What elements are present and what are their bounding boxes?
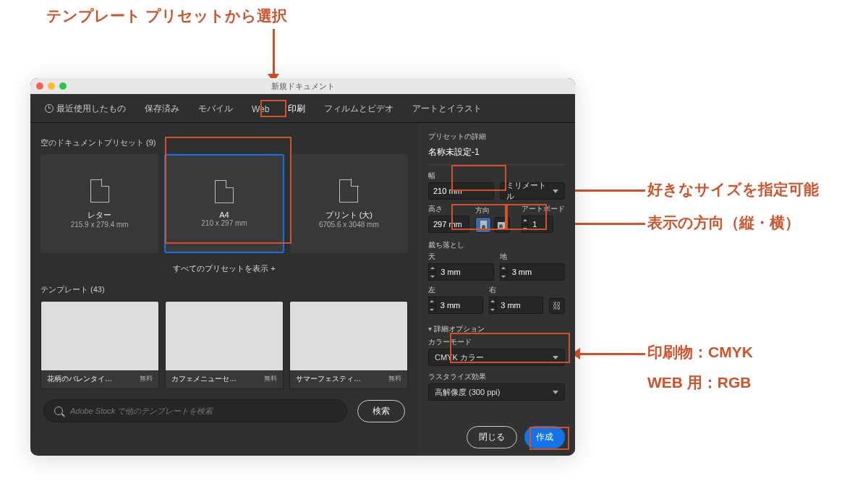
artboard-up[interactable] — [522, 216, 528, 224]
preset-dim: 215.9 x 279.4 mm — [71, 221, 129, 229]
bleed-left-down[interactable] — [428, 305, 436, 314]
left-pane: 空のドキュメントプリセット (9) レター 215.9 x 279.4 mm A… — [30, 123, 418, 456]
arrow-top-stem — [273, 29, 275, 75]
preset-details-label: プリセットの詳細 — [428, 132, 565, 142]
landscape-icon — [498, 222, 506, 229]
right-pane: プリセットの詳細 名称未設定-1 幅 ミリメートル 高さ — [418, 123, 575, 456]
tab-film[interactable]: フィルムとビデオ — [320, 100, 398, 118]
bleed-top-input[interactable] — [436, 263, 493, 281]
colormode-select[interactable]: CMYK カラー — [428, 349, 565, 366]
template-free: 無料 — [264, 374, 277, 384]
raster-select[interactable]: 高解像度 (300 ppi) — [428, 383, 565, 401]
link-bleed-button[interactable]: ⛓ — [549, 298, 565, 314]
annotation-top: テンプレート プリセットから選択 — [46, 6, 287, 26]
template-name: サマーフェスティ… — [296, 374, 361, 384]
search-icon — [54, 406, 63, 415]
blank-presets-label: 空のドキュメントプリセット (9) — [41, 137, 408, 148]
close-button[interactable]: 閉じる — [467, 426, 517, 448]
preset-name: レター — [71, 210, 129, 221]
unit-select[interactable]: ミリメートル — [500, 182, 566, 200]
bleed-top-up[interactable] — [428, 263, 436, 272]
bleed-top-label: 天 — [428, 252, 494, 262]
chevron-down-icon — [553, 190, 558, 193]
orientation-label: 方向 — [475, 205, 516, 216]
search-button[interactable]: 検索 — [357, 400, 405, 422]
tab-mobile[interactable]: モバイル — [194, 100, 237, 118]
annotation-colormode2: WEB 用：RGB — [647, 373, 752, 393]
orientation-portrait[interactable] — [475, 217, 491, 233]
tab-recent[interactable]: 最近使用したもの — [41, 100, 130, 118]
bleed-top-down[interactable] — [428, 272, 436, 281]
preset-dim: 210 x 297 mm — [201, 219, 247, 227]
artboard-input[interactable] — [528, 216, 553, 233]
bleed-right-down[interactable] — [489, 305, 497, 314]
window-zoom-icon[interactable] — [59, 82, 67, 90]
category-tabs: 最近使用したもの 保存済み モバイル Web 印刷 フィルムとビデオ アートとイ… — [30, 94, 575, 123]
preset-name: A4 — [201, 210, 247, 219]
raster-label: ラスタライズ効果 — [428, 372, 565, 382]
bleed-label: 裁ち落とし — [428, 240, 565, 250]
window-close-icon[interactable] — [36, 82, 43, 90]
preset-letter[interactable]: レター 215.9 x 279.4 mm — [41, 154, 158, 253]
annotation-size: 好きなサイズを指定可能 — [647, 179, 819, 200]
annotation-orientation: 表示の方向（縦・横） — [647, 213, 800, 233]
template-free: 無料 — [140, 374, 153, 384]
tab-web[interactable]: Web — [247, 101, 273, 117]
artboard-label: アートボード — [522, 204, 565, 214]
bleed-left-up[interactable] — [428, 297, 436, 305]
create-button[interactable]: 作成 — [524, 426, 565, 448]
annotation-colormode1: 印刷物：CMYK — [647, 342, 753, 362]
bleed-right-input[interactable] — [496, 297, 543, 314]
clock-icon — [45, 104, 54, 113]
bleed-bottom-label: 地 — [500, 252, 566, 262]
orientation-landscape[interactable] — [494, 217, 510, 233]
document-name[interactable]: 名称未設定-1 — [428, 142, 565, 165]
template-free: 無料 — [388, 374, 401, 384]
colormode-label: カラーモード — [428, 337, 565, 347]
unit-value: ミリメートル — [506, 180, 553, 202]
new-document-dialog: 新規ドキュメント 最近使用したもの 保存済み モバイル Web 印刷 フィルムと… — [30, 78, 575, 456]
template-summer-fest[interactable]: サマーフェスティ… 無料 — [289, 301, 408, 389]
bleed-bottom-up[interactable] — [500, 263, 508, 272]
page-icon — [215, 180, 234, 203]
template-valentine[interactable]: 花柄のバレンタイ… 無料 — [41, 301, 159, 389]
template-cafe-menu[interactable]: カフェメニューセ… 無料 — [165, 301, 284, 389]
titlebar: 新規ドキュメント — [30, 78, 575, 94]
bleed-right-label: 右 — [489, 285, 544, 295]
height-label: 高さ — [428, 204, 469, 214]
raster-value: 高解像度 (300 ppi) — [435, 387, 500, 398]
window-title: 新規ドキュメント — [271, 81, 335, 92]
templates-label: テンプレート (43) — [41, 284, 408, 295]
tab-art[interactable]: アートとイラスト — [408, 100, 486, 118]
preset-print-large[interactable]: プリント (大) 6705.6 x 3048 mm — [290, 154, 408, 253]
template-name: 花柄のバレンタイ… — [47, 374, 112, 384]
show-all-presets[interactable]: すべてのプリセットを表示 + — [41, 263, 408, 274]
search-box[interactable] — [43, 399, 347, 422]
preset-dim: 6705.6 x 3048 mm — [319, 221, 379, 229]
template-thumb — [166, 302, 283, 370]
search-input[interactable] — [70, 406, 336, 415]
colormode-value: CMYK カラー — [435, 352, 484, 363]
tab-saved[interactable]: 保存済み — [140, 100, 184, 118]
tab-print[interactable]: 印刷 — [284, 100, 310, 118]
portrait-icon — [480, 221, 487, 229]
preset-name: プリント (大) — [319, 210, 379, 221]
template-thumb — [41, 302, 158, 370]
chevron-down-icon — [553, 391, 558, 394]
window-minimize-icon[interactable] — [48, 82, 55, 90]
bleed-right-up[interactable] — [489, 297, 497, 305]
preset-a4[interactable]: A4 210 x 297 mm — [164, 154, 284, 253]
bleed-left-input[interactable] — [436, 297, 483, 314]
width-label: 幅 — [428, 171, 494, 181]
arrow-color-stem — [579, 353, 645, 355]
page-icon — [339, 179, 358, 203]
bleed-bottom-down[interactable] — [500, 272, 508, 281]
template-name: カフェメニューセ… — [171, 374, 237, 384]
width-input[interactable] — [428, 182, 494, 200]
artboard-down[interactable] — [522, 224, 528, 233]
chevron-down-icon — [553, 356, 558, 359]
advanced-options-toggle[interactable]: 詳細オプション — [428, 324, 565, 334]
template-thumb — [290, 302, 407, 370]
bleed-bottom-input[interactable] — [508, 263, 565, 281]
height-input[interactable] — [428, 216, 469, 233]
